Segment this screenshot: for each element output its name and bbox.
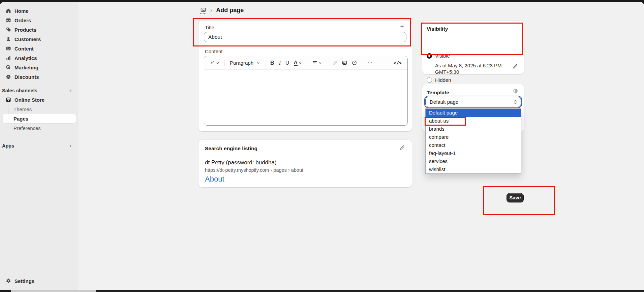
- text-color-button[interactable]: A: [292, 59, 304, 67]
- sidebar-item-pages[interactable]: Pages: [3, 114, 76, 123]
- paragraph-label: Paragraph: [230, 60, 253, 66]
- toolbar-divider: [327, 60, 327, 66]
- hidden-label: Hidden: [435, 77, 451, 83]
- sparkle-icon: [210, 60, 215, 65]
- paragraph-style-dropdown[interactable]: Paragraph: [228, 59, 262, 67]
- more-options-button[interactable]: [366, 59, 374, 67]
- seo-url: https://dt-petty.myshopify.com › pages ›…: [205, 167, 303, 173]
- chevron-right-icon: [68, 144, 72, 148]
- play-circle-icon: [352, 60, 357, 65]
- sidebar-item-label: Orders: [14, 18, 31, 23]
- hidden-radio-row[interactable]: Hidden: [427, 77, 451, 83]
- discounts-icon: [5, 74, 11, 80]
- link-icon: [332, 60, 337, 65]
- ai-assist-button[interactable]: [208, 59, 221, 67]
- content-icon: [5, 46, 11, 52]
- sales-channels-label: Sales channels: [2, 88, 37, 93]
- customers-icon: [5, 36, 11, 42]
- edit-seo-pencil-icon[interactable]: [400, 145, 405, 150]
- page-details-card: Title Content Paragraph B I U: [198, 21, 412, 131]
- chevron-right-icon: [68, 89, 72, 93]
- show-html-button[interactable]: </>: [392, 59, 403, 67]
- insert-video-button[interactable]: [350, 59, 359, 67]
- orders-icon: [5, 18, 11, 23]
- visibility-heading: Visibility: [427, 26, 448, 32]
- sidebar-item-label: Marketing: [14, 65, 38, 70]
- alignment-button[interactable]: [311, 59, 324, 67]
- italic-button[interactable]: I: [277, 59, 282, 67]
- sidebar-section-sales-channels[interactable]: Sales channels: [0, 86, 76, 95]
- sub-item-label: Themes: [13, 106, 32, 112]
- products-icon: [5, 27, 11, 33]
- align-left-icon: [312, 60, 317, 65]
- sidebar-item-settings[interactable]: Settings: [3, 276, 76, 286]
- select-updown-icon: [514, 99, 517, 105]
- chevron-down-icon: [256, 61, 260, 65]
- search-engine-listing-card: Search engine listing dt Petty (password…: [198, 140, 412, 187]
- dropdown-option-faq-layout-1[interactable]: faq-layout-1: [426, 149, 521, 157]
- dropdown-option-services[interactable]: services: [426, 157, 521, 165]
- seo-page-title-link[interactable]: About: [205, 175, 224, 184]
- visible-radio-row[interactable]: Visible: [427, 53, 450, 59]
- sidebar-item-label: Products: [14, 27, 36, 33]
- template-dropdown-list: Default page about-us brands compare con…: [425, 108, 521, 174]
- dropdown-option-about-us[interactable]: about-us: [426, 117, 521, 125]
- sidebar-item-analytics[interactable]: Analytics: [3, 53, 76, 63]
- sidebar-item-themes[interactable]: Themes: [3, 104, 76, 114]
- content-label: Content: [205, 48, 223, 54]
- pages-breadcrumb-icon[interactable]: [200, 7, 206, 14]
- insert-link-button[interactable]: [331, 59, 339, 67]
- dropdown-option-brands[interactable]: brands: [426, 125, 521, 133]
- sidebar-item-discounts[interactable]: Discounts: [3, 72, 76, 82]
- dropdown-option-wishlist[interactable]: wishlist: [426, 165, 521, 173]
- sidebar-item-marketing[interactable]: Marketing: [3, 63, 76, 72]
- visible-radio[interactable]: [427, 53, 432, 59]
- ai-sparkle-icon[interactable]: [400, 23, 406, 29]
- chevron-down-icon: [216, 61, 219, 65]
- toolbar-divider: [265, 60, 265, 66]
- sidebar-item-home[interactable]: Home: [3, 6, 76, 15]
- toolbar-divider: [307, 60, 307, 66]
- apps-label: Apps: [2, 143, 14, 149]
- sidebar-item-customers[interactable]: Customers: [3, 34, 76, 44]
- save-button[interactable]: Save: [507, 193, 524, 202]
- more-options-icon: [367, 60, 373, 65]
- seo-heading: Search engine listing: [205, 145, 257, 152]
- sidebar: Home Orders Products Customers Content: [0, 2, 79, 290]
- sidebar-item-content[interactable]: Content: [3, 44, 76, 53]
- insert-image-button[interactable]: [340, 59, 349, 67]
- chevron-down-icon: [318, 61, 322, 65]
- dropdown-option-compare[interactable]: compare: [426, 133, 521, 141]
- toolbar-divider: [362, 60, 362, 66]
- marketing-icon: [5, 65, 11, 70]
- breadcrumb-separator: ›: [210, 7, 212, 13]
- seo-site-name: dt Petty (password: buddha): [205, 159, 277, 166]
- content-textarea[interactable]: [204, 70, 407, 126]
- title-input[interactable]: [204, 32, 406, 42]
- hidden-radio[interactable]: [427, 77, 432, 83]
- sidebar-item-label: Content: [14, 46, 34, 52]
- toolbar-divider: [224, 60, 225, 66]
- sidebar-item-online-store[interactable]: Online Store: [3, 95, 76, 104]
- template-select[interactable]: Default page: [425, 97, 521, 107]
- sidebar-section-apps[interactable]: Apps: [0, 141, 76, 150]
- image-icon: [342, 60, 347, 65]
- sidebar-item-preferences[interactable]: Preferences: [3, 123, 76, 133]
- bottom-bar-segment: [96, 290, 644, 292]
- sidebar-item-label: Online Store: [14, 97, 44, 103]
- chevron-down-icon: [299, 61, 302, 65]
- bold-button[interactable]: B: [269, 59, 276, 67]
- visibility-timestamp: As of May 8, 2025 at 6:23 PM GMT+5:30: [435, 62, 508, 75]
- sidebar-item-label: Analytics: [14, 55, 37, 61]
- sidebar-item-orders[interactable]: Orders: [3, 15, 76, 25]
- dropdown-option-contact[interactable]: contact: [426, 141, 521, 149]
- template-heading: Template: [427, 90, 449, 96]
- sidebar-item-products[interactable]: Products: [3, 25, 76, 34]
- eye-icon[interactable]: [513, 89, 519, 93]
- dropdown-option-default-page[interactable]: Default page: [426, 109, 521, 117]
- bottom-scrollbar-thumb[interactable]: [11, 290, 96, 292]
- underline-button[interactable]: U: [284, 59, 291, 67]
- template-selected-value: Default page: [430, 99, 458, 105]
- gear-icon: [5, 278, 11, 284]
- edit-visibility-pencil-icon[interactable]: [513, 64, 518, 69]
